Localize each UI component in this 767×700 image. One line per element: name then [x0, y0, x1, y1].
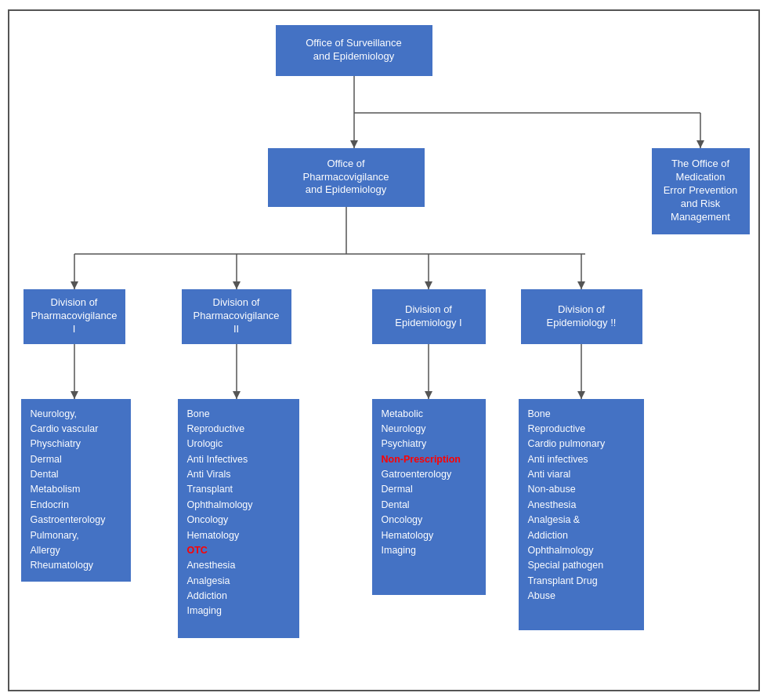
svg-marker-22: [577, 391, 585, 399]
div-epi1-box: Division of Epidemiology I: [372, 289, 486, 344]
div-epi2-box: Division of Epidemiology !!: [521, 289, 642, 344]
svg-marker-13: [425, 281, 432, 289]
pharmacovigilance-box: Office of Pharmacovigilance and Epidemio…: [268, 148, 425, 207]
svg-marker-4: [696, 140, 704, 148]
medication-error-box: The Office of Medication Error Preventio…: [652, 148, 750, 234]
div-pharm1-box: Division of Pharmacovigilance I: [24, 289, 125, 344]
org-chart-container: Office of Surveillance and Epidemiology …: [8, 9, 760, 691]
svg-marker-3: [350, 140, 358, 148]
svg-marker-14: [577, 281, 585, 289]
svg-marker-20: [425, 391, 432, 399]
svg-marker-12: [233, 281, 241, 289]
div-pharm2-box: Division of Pharmacovigilance II: [182, 289, 291, 344]
list-epi2: BoneReproductiveCardio pulmonaryAnti inf…: [519, 399, 644, 630]
svg-marker-11: [71, 281, 78, 289]
list-epi1: MetabolicNeurologyPsychiatryNon-Prescrip…: [372, 399, 486, 595]
root-box: Office of Surveillance and Epidemiology: [276, 25, 432, 76]
list-pharm2: BoneReproductiveUrologicAnti InfectivesA…: [178, 399, 299, 638]
list-pharm1: Neurology,Cardio vascularPhyschiatryDerm…: [21, 399, 131, 582]
svg-marker-18: [233, 391, 241, 399]
svg-marker-16: [71, 391, 78, 399]
